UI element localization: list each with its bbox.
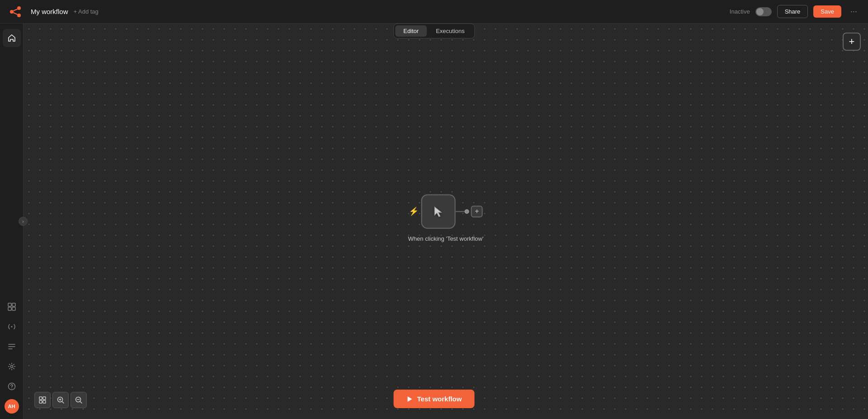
connector-line [456, 211, 465, 212]
trigger-lightning-icon: ⚡ [409, 206, 419, 216]
sidebar-top [3, 29, 21, 298]
svg-rect-18 [39, 400, 42, 403]
sidebar: › [0, 24, 24, 419]
svg-rect-7 [8, 307, 11, 310]
svg-rect-17 [43, 397, 46, 400]
add-tag-button[interactable]: + Add tag [74, 8, 99, 15]
bottom-controls [24, 392, 87, 408]
tab-executions[interactable]: Executions [428, 25, 473, 37]
svg-rect-5 [8, 303, 11, 306]
sidebar-help-icon[interactable] [3, 377, 21, 395]
svg-point-2 [17, 14, 21, 17]
more-options-button[interactable]: ··· [847, 5, 861, 18]
svg-line-4 [14, 13, 18, 14]
svg-point-15 [11, 388, 12, 389]
sidebar-templates-icon[interactable] [3, 298, 21, 316]
inactive-label: Inactive [730, 8, 750, 15]
workflow-node-container: ⚡ + When clicking 'Test workflow' [408, 194, 484, 243]
sidebar-executions-icon[interactable] [3, 338, 21, 356]
tabs-bar: Editor Executions [393, 24, 475, 38]
zoom-out-button[interactable] [71, 392, 87, 408]
svg-rect-6 [12, 303, 15, 306]
svg-line-23 [62, 402, 64, 404]
test-workflow-icon [406, 395, 414, 403]
node-row: ⚡ + [409, 194, 483, 229]
workflow-canvas[interactable]: ⚡ + When clicking 'Test workflow' [24, 24, 868, 419]
zoom-in-button[interactable] [52, 392, 69, 408]
sidebar-collapse-button[interactable]: › [19, 217, 28, 226]
sidebar-bottom: AH [3, 298, 21, 414]
add-node-button-inline[interactable]: + [471, 205, 483, 217]
workflow-title: My workflow [31, 8, 68, 15]
tab-editor[interactable]: Editor [395, 25, 427, 37]
active-toggle[interactable] [755, 7, 772, 16]
node-label: When clicking 'Test workflow' [408, 235, 484, 243]
connector-dot [465, 209, 469, 214]
svg-line-26 [80, 402, 82, 404]
share-button[interactable]: Share [777, 5, 808, 18]
header: My workflow + Add tag Inactive Share Sav… [0, 0, 868, 24]
fit-view-button[interactable] [34, 392, 51, 408]
sidebar-variables-icon[interactable] [3, 318, 21, 336]
trigger-node[interactable] [421, 194, 456, 229]
sidebar-settings-icon[interactable] [3, 357, 21, 376]
svg-point-0 [10, 10, 14, 14]
svg-line-3 [14, 9, 18, 11]
logo[interactable] [7, 4, 24, 20]
save-button[interactable]: Save [813, 5, 841, 18]
svg-rect-8 [12, 307, 15, 310]
add-node-top-right-button[interactable]: + [843, 33, 861, 51]
svg-rect-16 [39, 397, 42, 400]
svg-rect-19 [43, 400, 46, 403]
sidebar-home-button[interactable] [3, 29, 21, 47]
svg-point-1 [17, 6, 21, 10]
add-node-plus-icon: + [849, 36, 855, 48]
header-right: Inactive Share Save ··· [730, 5, 861, 18]
user-avatar[interactable]: AH [5, 399, 19, 414]
test-workflow-button[interactable]: Test workflow [394, 390, 475, 408]
svg-point-13 [10, 366, 13, 368]
test-workflow-label: Test workflow [417, 395, 462, 403]
svg-point-9 [11, 326, 12, 328]
